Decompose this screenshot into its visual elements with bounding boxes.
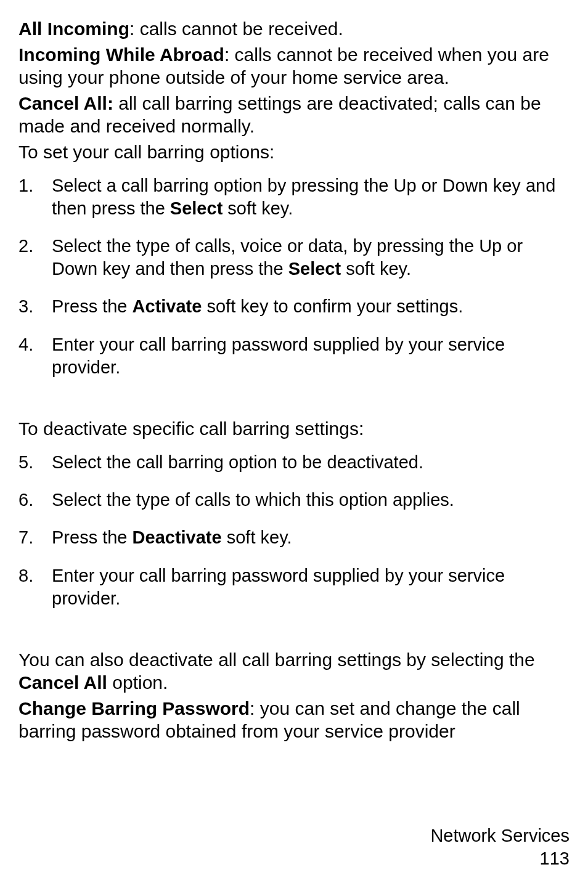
body-text: You can also deactivate all call barring… xyxy=(18,649,535,670)
bold-text: All Incoming xyxy=(18,18,129,39)
body-text: Select the call barring option to be dea… xyxy=(52,452,423,472)
list-number: 3. xyxy=(18,295,33,318)
footer-page-number: 113 xyxy=(430,847,570,871)
list-item: 3. Press the Activate soft key to confir… xyxy=(18,295,570,318)
list-item: 7. Press the Deactivate soft key. xyxy=(18,526,570,549)
bold-text: Change Barring Password xyxy=(18,698,250,718)
body-text: soft key to confirm your settings. xyxy=(202,296,463,316)
body-text: Select the type of calls, voice or data,… xyxy=(52,236,523,279)
ordered-list-set-options: 1. Select a call barring option by press… xyxy=(18,174,570,379)
body-text: : calls cannot be received. xyxy=(129,18,343,39)
paragraph-incoming-abroad: Incoming While Abroad: calls cannot be r… xyxy=(18,43,570,89)
body-text: Select a call barring option by pressing… xyxy=(52,176,555,218)
list-item: 4. Enter your call barring password supp… xyxy=(18,333,570,379)
bold-text: Select xyxy=(170,198,223,218)
footer-section-name: Network Services xyxy=(430,824,570,848)
body-text: Select the type of calls to which this o… xyxy=(52,490,454,510)
page-footer: Network Services 113 xyxy=(430,824,570,871)
paragraph-all-incoming: All Incoming: calls cannot be received. xyxy=(18,17,570,41)
body-text: Press the xyxy=(52,296,133,316)
list-item: 8. Enter your call barring password supp… xyxy=(18,564,570,610)
list-item: 6. Select the type of calls to which thi… xyxy=(18,489,570,511)
list-item: 1. Select a call barring option by press… xyxy=(18,174,570,220)
body-text: option. xyxy=(107,672,168,693)
list-number: 8. xyxy=(18,564,33,587)
body-text: Enter your call barring password supplie… xyxy=(52,335,505,377)
ordered-list-deactivate-options: 5. Select the call barring option to be … xyxy=(18,451,570,610)
paragraph-change-password: Change Barring Password: you can set and… xyxy=(18,697,570,743)
list-number: 7. xyxy=(18,526,33,549)
paragraph-to-deactivate: To deactivate specific call barring sett… xyxy=(18,417,570,441)
list-number: 6. xyxy=(18,489,33,511)
list-item: 2. Select the type of calls, voice or da… xyxy=(18,235,570,280)
bold-text: Activate xyxy=(133,296,202,316)
list-number: 2. xyxy=(18,235,33,258)
body-text: Enter your call barring password supplie… xyxy=(52,566,505,608)
bold-text: Incoming While Abroad xyxy=(18,44,224,65)
list-number: 1. xyxy=(18,174,33,197)
body-text: soft key. xyxy=(223,198,293,218)
bold-text: Cancel All: xyxy=(18,93,113,113)
paragraph-also-deactivate: You can also deactivate all call barring… xyxy=(18,648,570,694)
body-text: soft key. xyxy=(222,527,292,547)
bold-text: Cancel All xyxy=(18,672,107,693)
bold-text: Deactivate xyxy=(133,527,222,547)
body-text: soft key. xyxy=(341,259,411,279)
list-number: 5. xyxy=(18,451,33,474)
paragraph-cancel-all: Cancel All: all call barring settings ar… xyxy=(18,92,570,138)
bold-text: Select xyxy=(288,259,341,279)
body-text: Press the xyxy=(52,527,133,547)
list-number: 4. xyxy=(18,333,33,356)
paragraph-to-set: To set your call barring options: xyxy=(18,140,570,164)
list-item: 5. Select the call barring option to be … xyxy=(18,451,570,474)
